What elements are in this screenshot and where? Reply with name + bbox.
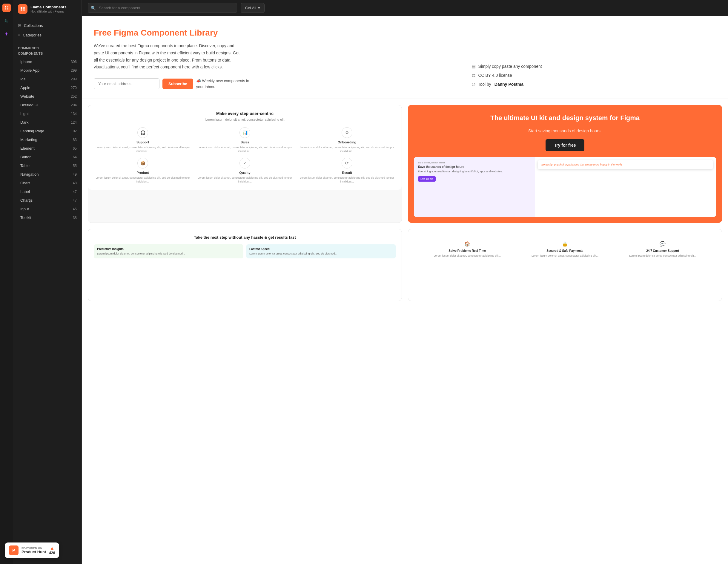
feature-icon: 📊: [239, 127, 250, 138]
orange-cta-small: Live Demo: [418, 176, 436, 182]
component-label: Toolkit: [20, 215, 31, 220]
feature-icon: ⟳: [342, 158, 352, 168]
left-icon-bar: ≋ ✦: [0, 0, 13, 564]
tool-icon: ◎: [472, 82, 475, 87]
svg-rect-5: [23, 7, 25, 9]
card2-features: Predictive Insights Lorem ipsum dolor si…: [94, 244, 396, 259]
copy-paste-icon: ▤: [472, 64, 476, 69]
cards-grid: Make every step user-centric Lorem ipsum…: [82, 99, 728, 307]
component-label: Mobile App: [20, 68, 39, 73]
component-label: Input: [20, 207, 29, 211]
svg-rect-7: [23, 9, 25, 11]
search-wrapper: 🔍: [88, 3, 237, 13]
component-count: 83: [73, 138, 77, 142]
bc-text: Lorem ipsum dolor sit amet, consectetur …: [518, 254, 612, 258]
bc-label: Solve Problems Real Time: [420, 249, 514, 252]
feature-license: ⚖ CC BY 4.0 license: [472, 73, 716, 78]
product-hunt-badge[interactable]: P FEATURED ON Product Hunt ▲ 426: [5, 543, 59, 558]
feature-label: Sales: [196, 140, 294, 144]
component-count: 102: [71, 129, 77, 133]
component-label: Website: [20, 94, 34, 99]
search-icon: 🔍: [91, 6, 96, 10]
bc-icon: 🏠: [420, 241, 514, 247]
card1-feature-sales: 📊 Sales Lorem ipsum dolor sit amet, cons…: [196, 127, 294, 153]
card2-item-text: Lorem ipsum dolor sit amet, consectetur …: [249, 252, 393, 256]
wind-icon[interactable]: ≋: [2, 17, 11, 25]
hero-left: Free Figma Component Library We've curat…: [94, 28, 460, 90]
chevron-down-icon: ▾: [258, 6, 260, 10]
bc-icon: 🔒: [518, 241, 612, 247]
sidebar-component-mobile-app[interactable]: Mobile App299: [13, 66, 82, 75]
orange-mockup-card: We design physical experiences that crea…: [538, 160, 713, 169]
sidebar-component-light[interactable]: Light134: [13, 109, 82, 118]
bc-text: Lorem ipsum dolor sit amet, consectetur …: [616, 254, 710, 258]
weekly-text: 📣 Weekly new components in your inbox.: [196, 78, 256, 90]
component-label: Element: [20, 146, 35, 150]
sidebar-component-input[interactable]: Input45: [13, 205, 82, 213]
component-count: 47: [73, 190, 77, 194]
sidebar-component-button[interactable]: Button64: [13, 153, 82, 161]
component-label: Iphone: [20, 59, 32, 64]
svg-rect-0: [5, 6, 6, 7]
bc-text: Lorem ipsum dolor sit amet, consectetur …: [420, 254, 514, 258]
component-label: Landing Page: [20, 129, 44, 133]
subscribe-button[interactable]: Subscribe: [162, 79, 193, 89]
email-input[interactable]: [94, 78, 159, 89]
hero-title: Free Figma Component Library: [94, 28, 460, 38]
sidebar-component-landing-page[interactable]: Landing Page102: [13, 127, 82, 135]
feature-text: Lorem ipsum dolor sit amet, consectetur …: [298, 145, 396, 153]
figma-icon[interactable]: [2, 4, 11, 12]
feature-text: Lorem ipsum dolor sit amet, consectetur …: [94, 176, 191, 183]
categories-nav-item[interactable]: ≡ Categories: [13, 30, 82, 40]
collections-filter-label: Col All: [245, 6, 256, 10]
ph-featured-label: FEATURED ON: [21, 547, 46, 550]
sidebar-component-table[interactable]: Table55: [13, 161, 82, 170]
feature-tool-link[interactable]: Danny Postma: [494, 82, 523, 87]
try-for-free-button[interactable]: Try for free: [546, 139, 584, 151]
sidebar-component-element[interactable]: Element65: [13, 144, 82, 153]
svg-rect-2: [5, 8, 6, 10]
component-count: 299: [71, 77, 77, 81]
bc-item-secured-&-safe-payments: 🔒 Secured & Safe Payments Lorem ipsum do…: [518, 241, 612, 258]
sidebar-component-chartjs[interactable]: Chartjs47: [13, 196, 82, 205]
card1-feature-result: ⟳ Result Lorem ipsum dolor sit amet, con…: [298, 158, 396, 183]
feature-label: Product: [94, 171, 191, 174]
sidebar-component-toolkit[interactable]: Toolkit38: [13, 213, 82, 222]
sidebar-navigation: ⊟ Collections ≡ Categories: [13, 18, 82, 42]
card2-item-title: Fastest Speed: [249, 247, 393, 250]
collections-nav-item[interactable]: ⊟ Collections: [13, 21, 82, 30]
search-input[interactable]: [88, 3, 237, 13]
component-label: Marketing: [20, 137, 37, 142]
sidebar-component-label[interactable]: Label47: [13, 187, 82, 196]
orange-mockup-right: We design physical experiences that crea…: [535, 157, 716, 217]
brand-name: Fiama Components: [30, 5, 67, 10]
feature-label: Onboarding: [298, 140, 396, 144]
orange-mockup-accent: We design physical experiences that crea…: [541, 163, 710, 166]
orange-mockup-title: Save thousands of design hours: [418, 165, 531, 168]
sidebar-component-chart[interactable]: Chart48: [13, 179, 82, 187]
community-label: COMMUNITY: [18, 46, 77, 51]
sidebar-component-dark[interactable]: Dark124: [13, 118, 82, 127]
sidebar-component-website[interactable]: Website252: [13, 92, 82, 101]
component-label: Navigation: [20, 172, 39, 176]
sidebar-component-apple[interactable]: Apple270: [13, 83, 82, 92]
sidebar-component-iphone[interactable]: Iphone306: [13, 57, 82, 66]
sidebar-component-navigation[interactable]: Navigation49: [13, 170, 82, 179]
component-label: Untitled Ui: [20, 103, 38, 107]
card1-feature-onboarding: ⚙ Onboarding Lorem ipsum dolor sit amet,…: [298, 127, 396, 153]
card-features: 🏠 Solve Problems Real Time Lorem ipsum d…: [408, 229, 722, 301]
character-icon[interactable]: ✦: [2, 30, 11, 38]
bc-label: Secured & Safe Payments: [518, 249, 612, 252]
orange-card-title: The ultimate UI kit and design system fo…: [408, 105, 722, 125]
component-count: 38: [73, 216, 77, 220]
card1-feature-quality: ✓ Quality Lorem ipsum dolor sit amet, co…: [196, 158, 294, 183]
sidebar-component-marketing[interactable]: Marketing83: [13, 135, 82, 144]
orange-mockup-left: Build better, launch faster Save thousan…: [414, 157, 535, 217]
sidebar-section-labels: COMMUNITY COMPONENTS: [13, 42, 82, 57]
sidebar-component-ios[interactable]: Ios299: [13, 75, 82, 83]
component-count: 64: [73, 155, 77, 159]
collections-filter-button[interactable]: Col All ▾: [241, 3, 265, 13]
hero-section: Free Figma Component Library We've curat…: [82, 16, 728, 99]
bc-item-solve-problems-real-time: 🏠 Solve Problems Real Time Lorem ipsum d…: [420, 241, 514, 258]
sidebar-component-untitled-ui[interactable]: Untitled Ui204: [13, 101, 82, 109]
